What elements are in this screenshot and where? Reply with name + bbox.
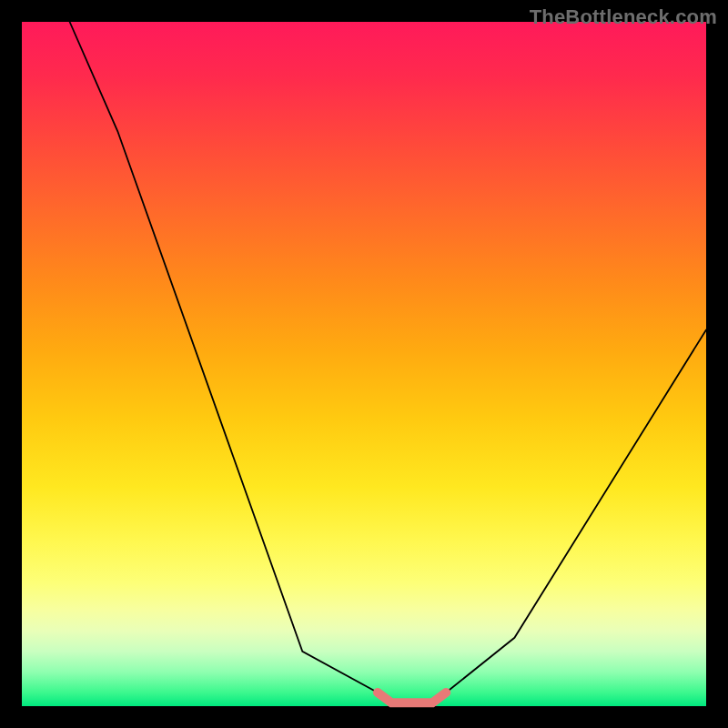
chart-stage: TheBottleneck.com: [0, 0, 728, 728]
watermark-label: TheBottleneck.com: [530, 5, 717, 29]
curve-layer: [22, 22, 706, 706]
left-limb-path: [70, 22, 378, 693]
right-limb-path: [446, 329, 706, 693]
valley-highlight-path: [378, 693, 446, 703]
